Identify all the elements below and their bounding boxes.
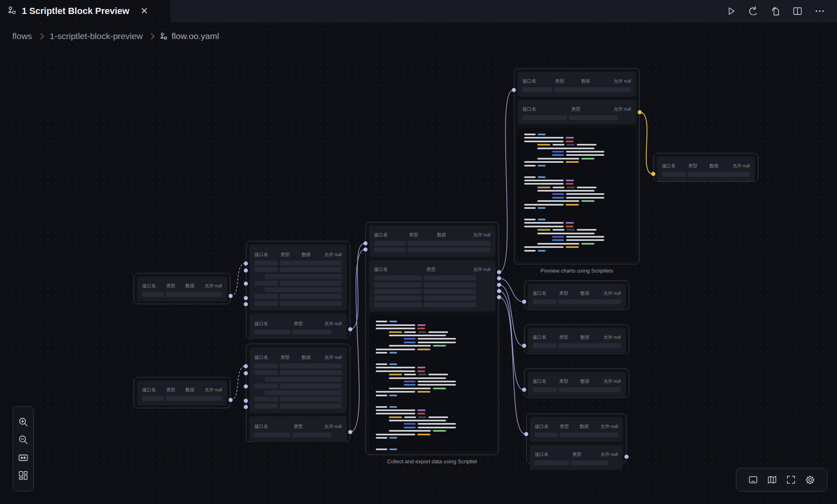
breadcrumb-flow-name[interactable]: 1-scriptlet-block-preview xyxy=(50,31,143,41)
rerun-button[interactable] xyxy=(747,5,759,17)
port-output-4-out[interactable] xyxy=(624,455,629,459)
node-input-b[interactable]: 接口名 类型 数据 允许 null xyxy=(134,377,231,408)
port-merge-b-in-1[interactable] xyxy=(244,364,248,368)
port-row xyxy=(254,261,342,266)
toggle-bottom-panel-button[interactable] xyxy=(748,474,758,485)
fullscreen-button[interactable] xyxy=(786,474,796,485)
field-name xyxy=(254,363,278,368)
port-merge-b-out[interactable] xyxy=(348,430,352,434)
col-port-name: 接口名 xyxy=(533,334,559,340)
node-far-right[interactable]: 接口名 类型 数据 允许 null xyxy=(653,153,758,182)
scriptlet-code-preview[interactable] xyxy=(369,315,495,451)
col-port-name: 接口名 xyxy=(533,290,559,296)
col-port-name: 接口名 xyxy=(254,354,281,361)
minimap-button[interactable] xyxy=(767,474,777,485)
col-allow-null: 允许 null xyxy=(473,266,490,273)
col-allow-null: 允许 null xyxy=(473,232,490,238)
port-row xyxy=(254,432,342,437)
port-output-4-in[interactable] xyxy=(524,432,528,436)
port-preview-out[interactable] xyxy=(638,110,642,114)
breadcrumb-flows[interactable]: flows xyxy=(12,31,32,41)
port-far-right-in[interactable] xyxy=(651,172,655,176)
inputs-section: 接口名 类型 数据 允许 null xyxy=(250,347,347,413)
node-preview-scriptlet[interactable]: 接口名 类型 数据 允许 null 接口名 类型 允许 null xyxy=(514,68,640,264)
zoom-in-button[interactable] xyxy=(18,416,29,428)
port-merge-b-in-4[interactable] xyxy=(244,399,248,403)
field-value xyxy=(554,87,631,92)
tab-scriptlet-block-preview[interactable]: 1 Scriptlet Block Preview ✕ xyxy=(0,0,170,22)
port-collect-in-2[interactable] xyxy=(363,247,368,252)
field-type xyxy=(571,460,608,465)
inputs-section: 接口名 类型 数据 允许 null xyxy=(369,226,495,257)
node-output-2[interactable]: 接口名 类型 数据 允许 null xyxy=(524,324,629,354)
node-output-3[interactable]: 接口名 类型 数据 允许 null xyxy=(524,368,629,398)
tab-close-icon[interactable]: ✕ xyxy=(141,7,148,16)
port-merge-b-in-5[interactable] xyxy=(244,405,248,409)
port-collect-out-5[interactable] xyxy=(497,295,501,299)
port-input-a-out[interactable] xyxy=(229,294,233,298)
field-value xyxy=(559,343,621,348)
outputs-section: 接口名 类型 允许 null xyxy=(369,260,495,312)
col-type: 类型 xyxy=(559,290,580,296)
port-input-b-out[interactable] xyxy=(229,398,233,402)
port-collect-out-2[interactable] xyxy=(497,276,501,280)
field-name xyxy=(374,275,422,280)
inputs-section: 接口名 类型 数据 允许 null xyxy=(528,328,626,353)
port-collect-out-1[interactable] xyxy=(497,270,501,274)
field-type xyxy=(569,115,618,120)
port-collect-out-3[interactable] xyxy=(497,283,501,287)
col-type: 类型 xyxy=(166,283,185,289)
scriptlet-code-preview[interactable] xyxy=(518,128,636,261)
col-type: 类型 xyxy=(281,354,302,361)
port-merge-a-out[interactable] xyxy=(348,327,352,331)
field-name xyxy=(254,397,278,402)
node-collect-scriptlet[interactable]: 接口名 类型 数据 允许 null 接口名 类型 允许 null xyxy=(365,222,499,455)
port-row xyxy=(142,292,222,297)
flow-file-icon xyxy=(160,32,168,40)
field-type xyxy=(424,282,476,287)
node-input-a[interactable]: 接口名 类型 数据 允许 null xyxy=(134,273,231,304)
fit-view-button[interactable] xyxy=(18,452,29,463)
port-merge-a-in-3[interactable] xyxy=(244,282,248,286)
more-options-button[interactable] xyxy=(814,5,825,17)
port-collect-out-4[interactable] xyxy=(497,289,501,293)
col-type: 类型 xyxy=(294,423,324,430)
port-merge-b-in-2[interactable] xyxy=(244,371,248,375)
port-row xyxy=(254,294,342,299)
node-output-4[interactable]: 接口名 类型 数据 允许 null 接口名 类型 允许 null xyxy=(526,414,627,464)
col-port-name: 接口名 xyxy=(374,266,426,273)
port-output-2-in[interactable] xyxy=(522,344,526,348)
port-collect-in-1[interactable] xyxy=(363,241,368,245)
port-output-3-in[interactable] xyxy=(522,388,526,392)
export-file-button[interactable] xyxy=(770,5,781,17)
port-merge-a-in-1[interactable] xyxy=(244,261,248,266)
port-row xyxy=(254,384,342,388)
port-output-1-in[interactable] xyxy=(522,300,526,304)
port-merge-b-in-3[interactable] xyxy=(244,384,248,388)
split-editor-button[interactable] xyxy=(792,5,803,17)
field-value xyxy=(280,261,342,266)
field-name xyxy=(374,282,422,287)
col-allow-null: 允许 null xyxy=(324,423,342,430)
col-port-name: 接口名 xyxy=(254,321,294,327)
settings-gear-button[interactable] xyxy=(805,474,816,486)
node-merge-b[interactable]: 接口名 类型 数据 允许 null 接口名 类型 允许 null xyxy=(246,344,350,442)
col-allow-null: 允许 null xyxy=(205,283,222,289)
field-type xyxy=(424,302,476,307)
breadcrumb-file[interactable]: flow.oo.yaml xyxy=(160,31,219,41)
port-merge-a-in-2[interactable] xyxy=(244,268,248,273)
node-merge-a[interactable]: 接口名 类型 数据 允许 null 接口名 类型 允许 null xyxy=(246,241,350,339)
field-name xyxy=(254,384,278,388)
auto-layout-button[interactable] xyxy=(18,470,29,481)
run-button[interactable] xyxy=(725,5,737,17)
port-merge-a-in-5[interactable] xyxy=(244,302,248,306)
col-port-name: 接口名 xyxy=(533,378,559,384)
inputs-section: 接口名 类型 数据 允许 null xyxy=(528,284,626,309)
port-merge-a-in-4[interactable] xyxy=(244,296,248,300)
col-data: 数据 xyxy=(710,163,733,169)
zoom-out-button[interactable] xyxy=(18,434,29,445)
port-preview-in[interactable] xyxy=(512,88,516,92)
field-value xyxy=(559,299,621,304)
col-type: 类型 xyxy=(559,334,580,340)
node-output-1[interactable]: 接口名 类型 数据 允许 null xyxy=(524,280,629,310)
